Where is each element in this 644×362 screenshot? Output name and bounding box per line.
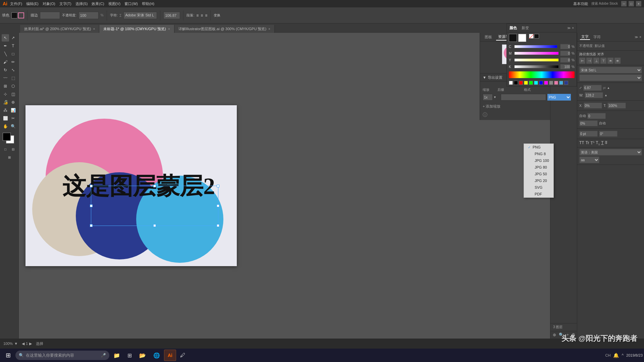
swatch-yellow[interactable] bbox=[524, 81, 528, 85]
swatch-white[interactable] bbox=[509, 81, 513, 85]
fill-mode-btn[interactable]: □ bbox=[2, 145, 9, 153]
taskbar-ch-input[interactable]: CH bbox=[605, 353, 611, 357]
handle-tr[interactable] bbox=[217, 185, 219, 187]
swatch-pink[interactable] bbox=[554, 81, 558, 85]
align-right-icon[interactable]: ≡ bbox=[205, 13, 207, 18]
type-tool[interactable]: T bbox=[9, 42, 17, 50]
color-panel-tab2[interactable]: 新变 bbox=[522, 25, 529, 31]
k-slider[interactable] bbox=[514, 65, 559, 68]
scale-tool[interactable]: ⤡ bbox=[9, 66, 17, 74]
align-bottom-btn[interactable]: ≑ bbox=[614, 58, 621, 64]
menu-select[interactable]: 选择(S) bbox=[75, 1, 88, 6]
menu-effect[interactable]: 效果(C) bbox=[92, 1, 104, 6]
rotation-input[interactable] bbox=[599, 131, 618, 137]
align-center-icon[interactable]: ≡ bbox=[201, 13, 203, 18]
swatch-cyan[interactable] bbox=[534, 81, 538, 85]
direct-selection-tool[interactable]: ↗ bbox=[9, 34, 17, 42]
warp-tool[interactable]: 〰 bbox=[2, 74, 9, 82]
tab-char[interactable]: 字符 bbox=[592, 35, 602, 40]
add-scale-btn[interactable]: + 添加缩放 bbox=[483, 104, 500, 109]
tab-2-close[interactable]: × bbox=[268, 27, 270, 31]
symbol-sprayer-tool[interactable]: ⁂ bbox=[2, 107, 9, 114]
fg-color-box[interactable] bbox=[509, 34, 517, 42]
blend-tool[interactable]: ⊛ bbox=[9, 99, 17, 106]
tab-1-close[interactable]: × bbox=[168, 27, 170, 31]
black-box[interactable] bbox=[534, 34, 539, 39]
artboard-tool[interactable]: ⬜ bbox=[2, 115, 9, 122]
hor-scale-input[interactable] bbox=[579, 120, 598, 126]
format-jpg100[interactable]: JPG 100 bbox=[524, 157, 553, 164]
menu-type[interactable]: 文字(T) bbox=[59, 1, 71, 6]
rotate-tool[interactable]: ↻ bbox=[2, 66, 9, 74]
y-value[interactable] bbox=[560, 57, 570, 63]
align-middle-v-btn[interactable]: ≐ bbox=[607, 58, 613, 64]
x-input[interactable] bbox=[584, 103, 602, 109]
workspace-label[interactable]: 基本功能 bbox=[573, 1, 588, 6]
none-box[interactable] bbox=[529, 34, 534, 39]
menu-view[interactable]: 视图(V) bbox=[108, 1, 121, 6]
font-select[interactable]: 宋体 Std L bbox=[579, 67, 642, 73]
k-value[interactable] bbox=[560, 64, 570, 69]
align-right-btn[interactable]: ⊥ bbox=[593, 58, 599, 64]
artboard-text[interactable]: 这是图层蒙层2 bbox=[62, 171, 215, 202]
swatch-lightblue[interactable] bbox=[559, 81, 563, 85]
suffix-input[interactable] bbox=[501, 94, 546, 101]
swatch-blue[interactable] bbox=[539, 81, 543, 85]
tab-1[interactable]: 未标题-1* @ 100% (CMYK/GPU 预览) × bbox=[99, 25, 174, 33]
selection-tool[interactable]: ↖ bbox=[2, 34, 9, 42]
free-transform-tool[interactable]: ⬚ bbox=[9, 74, 17, 82]
make-sublayer-btn[interactable]: ⊕ bbox=[552, 332, 557, 338]
tracking-input[interactable] bbox=[587, 113, 606, 119]
align-left-btn[interactable]: ⊢ bbox=[579, 58, 585, 64]
mic-icon[interactable]: 🎤 bbox=[101, 353, 106, 358]
zoom-tool[interactable]: 🔍 bbox=[9, 123, 17, 130]
tab-0-close[interactable]: × bbox=[93, 27, 95, 31]
rect-tool[interactable]: □ bbox=[9, 50, 17, 58]
asset-info-icon[interactable]: ⓘ bbox=[483, 112, 487, 117]
eyedropper-tool[interactable]: 🔏 bbox=[2, 99, 9, 106]
format-dropdown[interactable]: ✓ PNG PNG 8 JPG 100 JPG 80 JPG 50 bbox=[524, 143, 554, 198]
props-close[interactable]: × bbox=[639, 35, 641, 39]
format-svg[interactable]: SVG bbox=[524, 184, 553, 191]
T-super-button[interactable]: T1 bbox=[591, 140, 595, 146]
T-under-button[interactable]: T bbox=[601, 140, 603, 146]
format-png8[interactable]: PNG 8 bbox=[524, 150, 553, 157]
font-style-select[interactable] bbox=[579, 74, 642, 81]
swatch-black[interactable] bbox=[514, 81, 518, 85]
graph-tool[interactable]: 📊 bbox=[9, 107, 17, 114]
color-spectrum[interactable] bbox=[509, 71, 575, 78]
format-jpg80[interactable]: JPG 80 bbox=[524, 164, 553, 171]
opacity-input[interactable] bbox=[78, 12, 99, 19]
scale-selector[interactable]: ▼ bbox=[483, 94, 499, 101]
format-png[interactable]: ✓ PNG bbox=[524, 144, 553, 150]
close-button[interactable]: × bbox=[636, 1, 641, 6]
swatch-magenta[interactable] bbox=[544, 81, 548, 85]
format-pdf[interactable]: PDF bbox=[524, 191, 553, 197]
menu-window[interactable]: 窗口(W) bbox=[124, 1, 138, 6]
scale-dropdown-arrow[interactable]: ▼ bbox=[493, 96, 496, 99]
mesh-tool[interactable]: ⊹ bbox=[2, 90, 9, 98]
font-name-input[interactable] bbox=[123, 12, 157, 19]
taskbar-notification-icon[interactable]: 🔔 bbox=[613, 353, 619, 358]
format-select[interactable]: PNG PNG 8 JPG 100 JPG 80 JPG 50 JPG 20 S… bbox=[547, 94, 571, 101]
maximize-button[interactable]: □ bbox=[629, 1, 634, 6]
slice-tool[interactable]: ✂ bbox=[9, 115, 17, 122]
menu-help[interactable]: 帮助(H) bbox=[142, 1, 154, 6]
line-tool[interactable]: ╲ bbox=[2, 50, 9, 58]
search-bar[interactable]: 🔍 在这里输入你要搜索的内容 🎤 bbox=[15, 351, 109, 360]
tab-2[interactable]: 详解Illustrator图层图板.ai @ 300% (CMYK/GPU 预览… bbox=[174, 25, 275, 33]
c-slider[interactable] bbox=[514, 45, 557, 48]
color-panel-close[interactable]: × bbox=[572, 26, 574, 30]
adobe-stock-search[interactable]: 搜索 Adobe Stock bbox=[591, 1, 618, 6]
baseline-input[interactable] bbox=[579, 131, 598, 137]
tab-0[interactable]: 效果封面.ai* @ 200% (CMYK/GPU 预览) × bbox=[20, 25, 99, 33]
perspective-tool[interactable]: ⬡ bbox=[9, 82, 17, 90]
taskbar-browser[interactable]: 🌐 bbox=[150, 350, 163, 361]
taskbar-explorer[interactable]: 📂 bbox=[136, 350, 149, 361]
swatch-gray[interactable] bbox=[549, 81, 553, 85]
taskbar-ai[interactable]: Ai bbox=[164, 350, 176, 361]
c-value[interactable] bbox=[560, 44, 570, 49]
language-select[interactable]: 英语：美国 bbox=[579, 149, 642, 156]
taskbar-files[interactable]: 📁 bbox=[110, 350, 123, 361]
swatch-green[interactable] bbox=[529, 81, 533, 85]
